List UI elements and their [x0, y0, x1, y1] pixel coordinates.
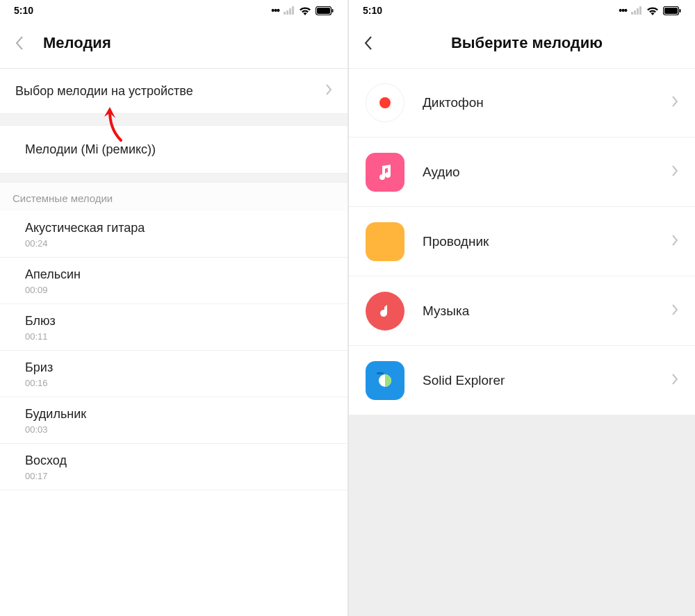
row-label: Мелодии (Mi (ремикс))	[15, 142, 332, 157]
ringtone-duration: 00:24	[25, 238, 332, 249]
battery-icon	[663, 6, 681, 15]
svg-rect-8	[634, 10, 636, 15]
ringtone-duration: 00:03	[25, 424, 332, 435]
ringtone-name: Блюз	[25, 314, 332, 328]
status-icons: •••	[619, 5, 681, 16]
row-label: Выбор мелодии на устройстве	[15, 84, 325, 99]
section-gap	[0, 173, 348, 183]
chevron-right-icon	[325, 83, 332, 99]
ringtone-duration: 00:17	[25, 471, 332, 481]
back-button[interactable]	[13, 36, 26, 50]
page-title: Выберите мелодию	[392, 34, 682, 52]
ringtone-item[interactable]: Блюз 00:11	[0, 304, 348, 351]
ringtone-duration: 00:09	[25, 285, 332, 295]
status-bar: 5:10 •••	[349, 0, 695, 18]
svg-rect-3	[292, 6, 294, 15]
source-row-files[interactable]: Проводник	[349, 207, 695, 276]
source-row-recorder[interactable]: Диктофон	[349, 68, 695, 138]
source-list-container: Диктофон Аудио Проводник	[349, 68, 695, 616]
more-dots-icon: •••	[271, 5, 279, 16]
ringtone-duration: 00:16	[25, 378, 332, 388]
ringtone-name: Восход	[25, 453, 332, 468]
source-row-solid-explorer[interactable]: Solid Explorer	[349, 346, 695, 415]
signal-icon	[631, 6, 642, 15]
section-gap	[0, 113, 348, 126]
battery-icon	[316, 6, 334, 15]
source-list: Диктофон Аудио Проводник	[349, 68, 695, 415]
svg-rect-13	[680, 9, 681, 13]
header: Выберите мелодию	[349, 18, 695, 68]
screen-melody: 5:10 ••• Мелодия Выбор мелоди	[0, 0, 348, 616]
audio-icon	[366, 153, 404, 192]
section-header-system: Системные мелодии	[0, 183, 348, 211]
source-row-music[interactable]: Музыка	[349, 276, 695, 346]
source-label: Музыка	[423, 303, 671, 319]
solid-explorer-icon	[366, 361, 404, 400]
svg-rect-0	[284, 12, 286, 15]
wifi-icon	[299, 6, 311, 15]
chevron-right-icon	[671, 373, 678, 388]
status-bar: 5:10 •••	[0, 0, 348, 18]
source-label: Solid Explorer	[423, 373, 671, 388]
back-button[interactable]	[361, 36, 375, 50]
source-label: Проводник	[423, 234, 671, 249]
ringtone-name: Бриз	[25, 360, 332, 375]
chevron-left-icon	[15, 35, 24, 51]
ringtone-item[interactable]: Восход 00:17	[0, 444, 348, 490]
svg-rect-2	[289, 8, 291, 15]
svg-rect-10	[639, 6, 641, 15]
more-dots-icon: •••	[619, 5, 627, 16]
source-row-audio[interactable]: Аудио	[349, 138, 695, 207]
svg-rect-5	[317, 8, 330, 14]
svg-rect-9	[637, 8, 639, 15]
svg-rect-1	[286, 10, 288, 15]
ringtone-name: Будильник	[25, 407, 332, 422]
svg-rect-16	[377, 372, 384, 374]
ringtone-item[interactable]: Акустическая гитара 00:24	[0, 211, 348, 258]
status-icons: •••	[271, 5, 334, 16]
ringtone-name: Акустическая гитара	[25, 221, 332, 235]
ringtone-item[interactable]: Бриз 00:16	[0, 351, 348, 397]
svg-rect-6	[332, 9, 334, 13]
music-icon	[366, 292, 404, 331]
status-time: 5:10	[14, 5, 33, 16]
svg-point-14	[379, 97, 391, 108]
ringtone-list[interactable]: Акустическая гитара 00:24 Апельсин 00:09…	[0, 211, 348, 490]
row-pick-on-device[interactable]: Выбор мелодии на устройстве	[0, 69, 348, 113]
svg-rect-12	[664, 8, 678, 14]
chevron-right-icon	[671, 95, 678, 110]
ringtone-name: Апельсин	[25, 267, 332, 282]
chevron-left-icon	[363, 35, 373, 51]
ringtone-item[interactable]: Будильник 00:03	[0, 397, 348, 444]
chevron-right-icon	[671, 165, 678, 180]
source-label: Диктофон	[423, 95, 671, 110]
source-label: Аудио	[423, 165, 671, 180]
svg-rect-7	[631, 12, 633, 15]
ringtone-item[interactable]: Апельсин 00:09	[0, 258, 348, 304]
status-time: 5:10	[363, 5, 382, 16]
wifi-icon	[646, 6, 659, 15]
row-mi-remix[interactable]: Мелодии (Mi (ремикс))	[0, 126, 348, 173]
page-title: Мелодия	[43, 34, 111, 52]
chevron-right-icon	[671, 234, 678, 249]
signal-icon	[284, 6, 295, 15]
header: Мелодия	[0, 18, 348, 68]
ringtone-duration: 00:11	[25, 331, 332, 342]
chevron-right-icon	[671, 303, 678, 319]
screen-choose-source: 5:10 ••• Выберите мелодию	[348, 0, 695, 616]
folder-icon	[366, 222, 404, 261]
recorder-icon	[366, 83, 404, 122]
